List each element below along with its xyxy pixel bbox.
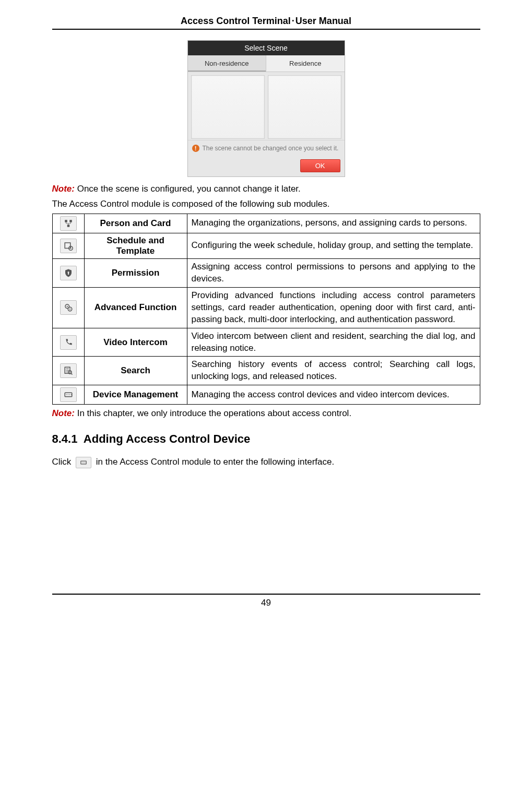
dialog-body xyxy=(188,72,345,140)
table-row: Device Management Managing the access co… xyxy=(52,385,480,405)
header-sep: · xyxy=(292,16,294,26)
modules-intro: The Access Control module is composed of… xyxy=(52,198,480,210)
table-row: Person and Card Managing the organizatio… xyxy=(52,214,480,233)
search-icon xyxy=(60,363,77,378)
svg-point-15 xyxy=(67,395,68,396)
module-name: Permission xyxy=(84,258,187,287)
svg-point-21 xyxy=(84,462,85,463)
table-row: Permission Assigning access control perm… xyxy=(52,258,480,287)
svg-point-19 xyxy=(82,462,82,463)
module-name: Schedule and Template xyxy=(84,233,187,258)
icon-cell xyxy=(52,328,84,357)
svg-rect-3 xyxy=(65,243,70,249)
device-management-icon xyxy=(60,387,77,402)
module-desc: Managing the organizations, persons, and… xyxy=(187,214,480,233)
svg-rect-2 xyxy=(67,224,69,227)
click-post: in the Access Control module to enter th… xyxy=(93,457,334,467)
dialog-warning: ! The scene cannot be changed once you s… xyxy=(188,140,345,156)
svg-rect-0 xyxy=(65,220,67,222)
note-2: Note: In this chapter, we only introduce… xyxy=(52,408,480,420)
svg-point-9 xyxy=(66,306,67,307)
icon-cell xyxy=(52,233,84,258)
device-management-inline-icon xyxy=(76,457,91,468)
module-desc: Searching history events of access contr… xyxy=(187,357,480,385)
svg-rect-6 xyxy=(68,273,69,275)
table-row: Search Searching history events of acces… xyxy=(52,357,480,385)
module-desc: Configuring the week schedule, holiday g… xyxy=(187,233,480,258)
svg-point-16 xyxy=(69,395,70,396)
section-title: Adding Access Control Device xyxy=(84,432,250,445)
modules-table: Person and Card Managing the organizatio… xyxy=(52,214,480,405)
module-desc: Providing advanced functions including a… xyxy=(187,287,480,328)
svg-point-17 xyxy=(70,395,72,396)
module-desc: Assigning access control permissions to … xyxy=(187,258,480,287)
permission-icon xyxy=(60,266,77,280)
svg-point-20 xyxy=(83,462,84,463)
dialog-tabs: Non-residence Residence xyxy=(188,55,345,72)
warning-icon: ! xyxy=(192,145,199,152)
page-number: 49 xyxy=(52,594,480,608)
click-pre: Click xyxy=(52,457,74,467)
svg-point-10 xyxy=(69,309,70,310)
person-card-icon xyxy=(60,216,77,231)
scene-preview-residence xyxy=(268,75,341,139)
dialog-warning-text: The scene cannot be changed once you sel… xyxy=(203,145,339,152)
dialog-title: Select Scene xyxy=(188,41,345,55)
note-1: Note: Once the scene is configured, you … xyxy=(52,183,480,195)
select-scene-dialog-figure: Select Scene Non-residence Residence ! T… xyxy=(52,40,480,177)
icon-cell xyxy=(52,214,84,233)
module-desc: Managing the access control devices and … xyxy=(187,385,480,405)
header-right: User Manual xyxy=(295,16,351,26)
video-intercom-icon xyxy=(60,335,77,350)
svg-point-14 xyxy=(66,395,67,396)
table-row: Schedule and Template Configuring the we… xyxy=(52,233,480,258)
tab-non-residence[interactable]: Non-residence xyxy=(188,55,267,72)
note-1-text: Once the scene is configured, you cannot… xyxy=(75,184,301,194)
note-label: Note: xyxy=(52,408,75,418)
section-heading: 8.4.1 Adding Access Control Device xyxy=(52,432,480,446)
module-name: Search xyxy=(84,357,187,385)
scene-preview-non-residence xyxy=(191,75,265,139)
page-header: Access Control Terminal·User Manual xyxy=(52,16,480,30)
select-scene-dialog: Select Scene Non-residence Residence ! T… xyxy=(187,40,345,177)
icon-cell xyxy=(52,357,84,385)
icon-cell xyxy=(52,258,84,287)
module-name: Advanced Function xyxy=(84,287,187,328)
click-instruction: Click in the Access Control module to en… xyxy=(52,456,480,468)
module-name: Video Intercom xyxy=(84,328,187,357)
ok-button[interactable]: OK xyxy=(300,159,340,172)
schedule-template-icon xyxy=(60,239,77,253)
table-row: Video Intercom Video intercom between cl… xyxy=(52,328,480,357)
note-label: Note: xyxy=(52,184,75,194)
tab-residence[interactable]: Residence xyxy=(266,55,345,72)
section-number: 8.4.1 xyxy=(52,432,78,445)
icon-cell xyxy=(52,385,84,405)
module-name: Person and Card xyxy=(84,214,187,233)
table-row: Advanced Function Providing advanced fun… xyxy=(52,287,480,328)
dialog-footer: OK xyxy=(188,156,345,176)
advanced-function-icon xyxy=(60,300,77,315)
note-2-text: In this chapter, we only introduce the o… xyxy=(75,408,351,418)
module-name: Device Management xyxy=(84,385,187,405)
header-left: Access Control Terminal xyxy=(181,16,291,26)
svg-point-22 xyxy=(86,462,86,463)
svg-rect-1 xyxy=(69,220,72,222)
icon-cell xyxy=(52,287,84,328)
module-desc: Video intercom between client and reside… xyxy=(187,328,480,357)
